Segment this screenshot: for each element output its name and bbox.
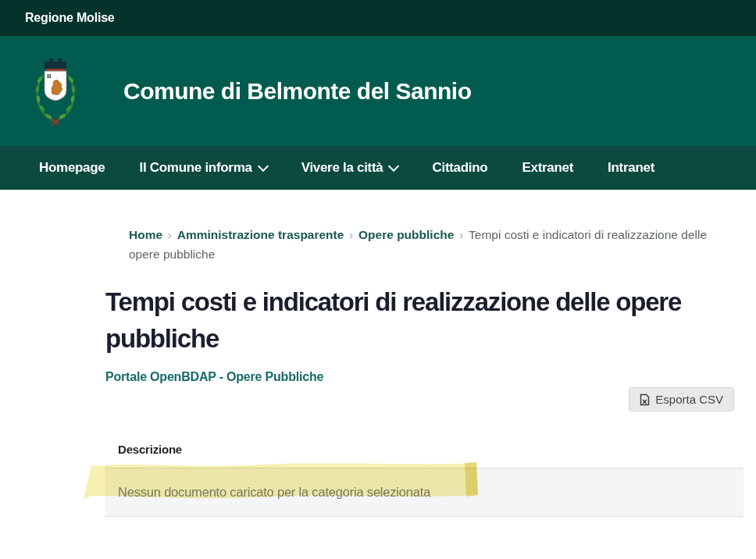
nav-item-label: Extranet	[522, 160, 573, 176]
export-row: Esporta CSV	[105, 387, 744, 411]
municipal-coat-of-arms-icon: B	[31, 56, 80, 126]
nav-item-label: Cittadino	[432, 160, 487, 176]
chevron-down-icon	[388, 160, 399, 171]
site-title[interactable]: Comune di Belmonte del Sannio	[123, 78, 472, 105]
svg-text:B: B	[47, 73, 52, 80]
nav-item-homepage[interactable]: Homepage	[22, 146, 123, 190]
nav-item-extranet[interactable]: Extranet	[505, 146, 590, 190]
chevron-down-icon	[258, 160, 269, 171]
nav-item-vivere-la-citta[interactable]: Vivere la città	[284, 146, 415, 190]
nav-item-il-comune-informa[interactable]: Il Comune informa	[123, 146, 284, 190]
breadcrumb: Home›Amministrazione trasparente›Opere p…	[129, 226, 719, 265]
export-csv-button[interactable]: Esporta CSV	[629, 387, 734, 411]
nav-item-label: Intranet	[608, 160, 654, 176]
region-topbar: Regione Molise	[0, 0, 756, 36]
breadcrumb-separator: ›	[454, 229, 469, 241]
nav-item-label: Vivere la città	[301, 160, 383, 176]
page: Regione Molise B Comune	[0, 0, 756, 559]
nav-item-cittadino[interactable]: Cittadino	[415, 146, 505, 190]
breadcrumb-link-amministrazione-trasparente[interactable]: Amministrazione trasparente	[177, 228, 344, 241]
documents-table: Descrizione Nessun documento caricato pe…	[105, 432, 744, 517]
nav-item-label: Il Comune informa	[140, 160, 252, 176]
export-csv-label: Esporta CSV	[655, 393, 723, 406]
page-content: Home›Amministrazione trasparente›Opere p…	[0, 226, 756, 517]
main-navbar: Homepage Il Comune informa Vivere la cit…	[0, 146, 756, 190]
excel-file-icon	[640, 393, 650, 406]
nav-item-label: Homepage	[39, 160, 105, 176]
page-title: Tempi costi e indicatori di realizzazion…	[105, 283, 744, 358]
breadcrumb-separator: ›	[344, 229, 358, 241]
nav-item-intranet[interactable]: Intranet	[590, 146, 672, 190]
breadcrumb-link-opere-pubbliche[interactable]: Opere pubbliche	[358, 228, 454, 241]
breadcrumb-separator: ›	[162, 229, 177, 241]
region-link[interactable]: Regione Molise	[25, 11, 115, 25]
table-column-header: Descrizione	[105, 432, 744, 468]
breadcrumb-link-home[interactable]: Home	[129, 228, 162, 241]
table-empty-row: Nessun documento caricato per la categor…	[105, 468, 744, 517]
site-header: B Comune di Belmonte del Sannio	[0, 36, 756, 146]
openbdap-link[interactable]: Portale OpenBDAP - Opere Pubbliche	[105, 370, 323, 384]
